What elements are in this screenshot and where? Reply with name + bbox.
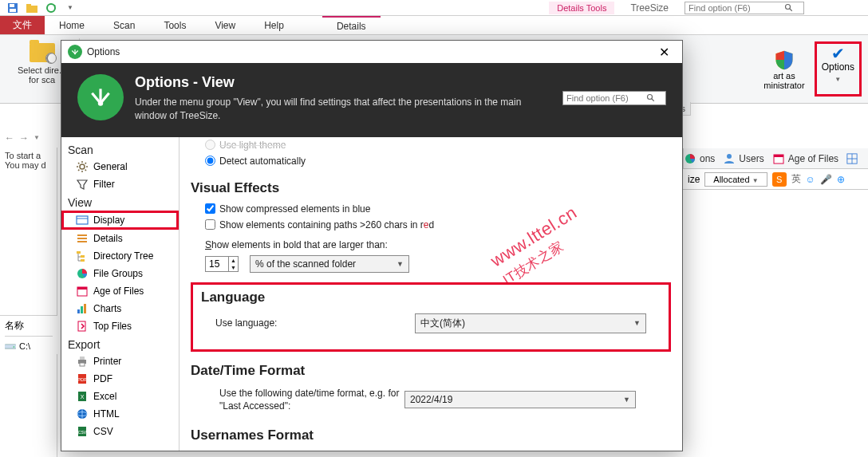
side-item-dirtree[interactable]: Directory Tree [61, 247, 179, 265]
search-icon[interactable] [646, 93, 656, 103]
nav-back-forward: ← → ▼ [0, 128, 57, 148]
language-dropdown[interactable]: 中文(简体)▼ [415, 313, 646, 333]
menu-help[interactable]: Help [250, 16, 298, 34]
ime-sogou-icon[interactable]: S [772, 172, 787, 187]
close-button[interactable]: ✕ [653, 45, 676, 60]
datetime-dropdown[interactable]: 2022/4/19▼ [404, 391, 636, 408]
users-icon [723, 152, 736, 165]
svg-rect-34 [77, 251, 81, 254]
svg-rect-2 [10, 9, 16, 12]
chevron-down-icon: ▼ [633, 319, 641, 327]
drive-icon [5, 341, 16, 351]
tab-age-of-files[interactable]: Age of Files [772, 152, 838, 165]
search-icon[interactable] [784, 3, 794, 13]
drive-row[interactable]: C:\ [5, 341, 53, 351]
svg-rect-35 [81, 255, 85, 258]
folder-icon[interactable] [26, 2, 38, 14]
check-icon: ✔ [831, 45, 845, 61]
for-scan-label: for sca [29, 75, 55, 85]
svg-rect-3 [26, 6, 37, 13]
side-item-details[interactable]: Details [61, 230, 179, 247]
menu-file[interactable]: 文件 [0, 16, 45, 34]
svg-text:CSV: CSV [78, 430, 87, 435]
menu-details[interactable]: Details [322, 16, 381, 34]
grid-icon[interactable] [846, 153, 858, 164]
hint-line1: To start a [5, 151, 52, 160]
start-as-admin-button[interactable]: art as ministrator [757, 47, 811, 92]
pdf-icon: PDF [76, 372, 89, 385]
spin-up-icon[interactable]: ▲ [229, 257, 238, 264]
bar-chart-icon [76, 302, 89, 315]
side-item-filter[interactable]: Filter [61, 175, 179, 193]
chevron-down-icon: ▼ [752, 177, 759, 184]
svg-point-9 [727, 154, 732, 159]
funnel-icon [76, 178, 89, 191]
save-icon[interactable] [6, 2, 19, 14]
html-icon [76, 408, 89, 420]
tab-extensions[interactable]: ons [684, 152, 715, 165]
ime-emoji-icon[interactable]: ☺ [806, 174, 815, 185]
start-as-label: art as [773, 71, 795, 81]
ime-globe-icon[interactable]: ⊕ [837, 174, 845, 185]
dialog-sidebar: Scan General Filter View Display Details… [61, 137, 180, 451]
options-button[interactable]: ✔ Options ▼ [815, 41, 862, 97]
ime-lang-label[interactable]: 英 [791, 172, 801, 186]
side-item-filegroups[interactable]: File Groups [61, 265, 179, 282]
menu-home[interactable]: Home [45, 16, 99, 34]
menu-scan[interactable]: Scan [99, 16, 149, 34]
allocated-dropdown[interactable]: Allocated ▼ [704, 172, 767, 187]
svg-rect-45 [80, 357, 85, 360]
spin-down-icon[interactable]: ▼ [229, 264, 238, 271]
ime-mic-icon[interactable]: 🎤 [820, 174, 832, 185]
tab-users[interactable]: Users [723, 152, 763, 165]
titlebar-search-input[interactable] [688, 3, 784, 13]
chevron-down-icon[interactable]: ▼ [34, 134, 40, 141]
dropdown-icon[interactable]: ▼ [64, 2, 77, 14]
dialog-search-input[interactable] [566, 93, 646, 103]
radio-detect-auto[interactable]: Detect automatically [191, 153, 671, 169]
app-titlebar: ▼ Details Tools TreeSize [0, 0, 868, 16]
svg-point-17 [14, 346, 15, 348]
bold-unit-dropdown[interactable]: % of the scanned folder▼ [250, 255, 409, 273]
side-item-general[interactable]: General [61, 158, 179, 175]
language-heading: Language [201, 290, 661, 305]
select-dir-label: Select dire... [18, 65, 66, 75]
nav-forward-icon[interactable]: → [19, 132, 29, 144]
language-section: Language Use language: 中文(简体)▼ [191, 282, 671, 352]
pie-icon [684, 152, 696, 165]
titlebar-search[interactable] [685, 2, 804, 14]
side-item-display[interactable]: Display [61, 211, 179, 230]
svg-rect-41 [81, 306, 83, 313]
list-icon [76, 232, 89, 245]
chk-longpaths[interactable]: Show elements containing paths >260 char… [191, 217, 671, 233]
side-item-charts[interactable]: Charts [61, 300, 179, 317]
side-item-csv[interactable]: CSVCSV [61, 423, 179, 440]
side-item-excel[interactable]: XExcel [61, 388, 179, 405]
options-dialog: Options ✕ Options - View Under the menu … [61, 40, 683, 451]
visual-effects-heading: Visual Effects [191, 180, 671, 196]
menu-tools[interactable]: Tools [149, 16, 200, 34]
shield-icon [773, 49, 795, 71]
tree-icon [76, 250, 89, 262]
nav-back-icon[interactable]: ← [5, 132, 14, 144]
side-item-printer[interactable]: Printer [61, 353, 179, 370]
details-tools-tab[interactable]: Details Tools [549, 2, 614, 14]
bold-threshold-input[interactable]: ▲▼ [205, 256, 242, 272]
datetime-label: Use the following date/time format, e.g.… [205, 387, 404, 414]
radio-light-theme[interactable]: Use light theme [191, 137, 671, 153]
drive-label: C:\ [19, 341, 30, 351]
side-item-html[interactable]: HTML [61, 405, 179, 423]
dialog-search[interactable] [562, 91, 666, 105]
side-item-topfiles[interactable]: Top Files [61, 317, 179, 335]
side-item-pdf[interactable]: PDFPDF [61, 370, 179, 388]
chk-compressed[interactable]: Show compressed elements in blue [191, 201, 671, 217]
menu-view[interactable]: View [200, 16, 250, 34]
side-item-age[interactable]: Age of Files [61, 282, 179, 300]
refresh-icon[interactable] [45, 2, 57, 14]
administrator-label: ministrator [763, 81, 804, 90]
svg-rect-4 [26, 4, 31, 6]
app-name: TreeSize [614, 1, 685, 15]
calendar-icon [76, 285, 89, 297]
side-section-scan: Scan [61, 140, 179, 158]
dialog-title: Options [87, 46, 120, 57]
